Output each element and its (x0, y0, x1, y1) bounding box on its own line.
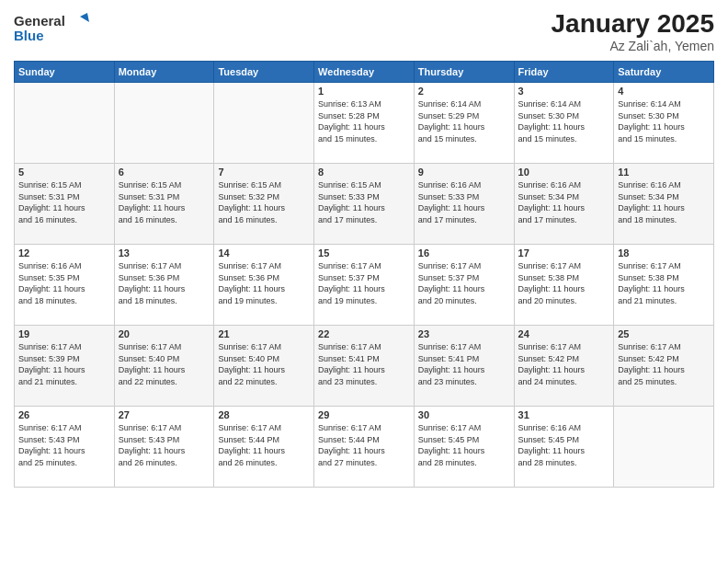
calendar-cell: 25Sunrise: 6:17 AM Sunset: 5:42 PM Dayli… (614, 326, 714, 407)
calendar-cell (214, 83, 314, 164)
day-number: 19 (18, 328, 110, 339)
logo-text: General Blue (14, 9, 115, 50)
day-number: 20 (119, 328, 210, 339)
calendar-week-2: 5Sunrise: 6:15 AM Sunset: 5:31 PM Daylig… (15, 164, 714, 245)
col-monday: Monday (114, 62, 214, 83)
day-info: Sunrise: 6:16 AM Sunset: 5:33 PM Dayligh… (418, 179, 510, 225)
calendar-week-3: 12Sunrise: 6:16 AM Sunset: 5:35 PM Dayli… (15, 245, 714, 326)
calendar-cell: 15Sunrise: 6:17 AM Sunset: 5:37 PM Dayli… (314, 245, 415, 326)
day-info: Sunrise: 6:17 AM Sunset: 5:43 PM Dayligh… (18, 422, 110, 468)
calendar-cell (614, 407, 714, 488)
col-saturday: Saturday (614, 62, 714, 83)
calendar-cell: 9Sunrise: 6:16 AM Sunset: 5:33 PM Daylig… (414, 164, 514, 245)
day-info: Sunrise: 6:17 AM Sunset: 5:43 PM Dayligh… (119, 422, 210, 468)
day-info: Sunrise: 6:17 AM Sunset: 5:39 PM Dayligh… (18, 341, 110, 387)
day-number: 22 (318, 328, 410, 339)
calendar-cell: 7Sunrise: 6:15 AM Sunset: 5:32 PM Daylig… (214, 164, 314, 245)
calendar-cell: 18Sunrise: 6:17 AM Sunset: 5:38 PM Dayli… (614, 245, 714, 326)
day-info: Sunrise: 6:16 AM Sunset: 5:45 PM Dayligh… (518, 422, 610, 468)
day-number: 24 (518, 328, 610, 339)
day-number: 30 (418, 409, 510, 420)
day-number: 13 (119, 247, 210, 259)
calendar-cell: 22Sunrise: 6:17 AM Sunset: 5:41 PM Dayli… (314, 326, 415, 407)
day-info: Sunrise: 6:17 AM Sunset: 5:36 PM Dayligh… (218, 260, 310, 306)
day-info: Sunrise: 6:17 AM Sunset: 5:41 PM Dayligh… (418, 341, 510, 387)
day-number: 11 (618, 167, 710, 178)
calendar-cell: 28Sunrise: 6:17 AM Sunset: 5:44 PM Dayli… (214, 407, 314, 488)
calendar-cell: 12Sunrise: 6:16 AM Sunset: 5:35 PM Dayli… (15, 245, 115, 326)
day-info: Sunrise: 6:17 AM Sunset: 5:38 PM Dayligh… (618, 260, 710, 306)
day-number: 26 (18, 409, 110, 420)
day-number: 25 (618, 328, 710, 339)
header-row: Sunday Monday Tuesday Wednesday Thursday… (15, 62, 714, 83)
day-number: 10 (518, 167, 610, 178)
calendar-cell: 13Sunrise: 6:17 AM Sunset: 5:36 PM Dayli… (114, 245, 214, 326)
header: General Blue January 2025 Az Zali`ah, Ye… (14, 9, 714, 53)
calendar-week-5: 26Sunrise: 6:17 AM Sunset: 5:43 PM Dayli… (15, 407, 714, 488)
location: Az Zali`ah, Yemen (552, 39, 714, 53)
day-info: Sunrise: 6:17 AM Sunset: 5:44 PM Dayligh… (318, 422, 410, 468)
col-sunday: Sunday (15, 62, 115, 83)
svg-text:General: General (14, 13, 65, 29)
calendar-cell: 31Sunrise: 6:16 AM Sunset: 5:45 PM Dayli… (514, 407, 614, 488)
calendar-cell: 11Sunrise: 6:16 AM Sunset: 5:34 PM Dayli… (614, 164, 714, 245)
day-info: Sunrise: 6:17 AM Sunset: 5:38 PM Dayligh… (518, 260, 610, 306)
calendar-cell: 20Sunrise: 6:17 AM Sunset: 5:40 PM Dayli… (114, 326, 214, 407)
month-title: January 2025 (552, 9, 714, 39)
calendar-cell (15, 83, 115, 164)
calendar-cell: 10Sunrise: 6:16 AM Sunset: 5:34 PM Dayli… (514, 164, 614, 245)
day-info: Sunrise: 6:15 AM Sunset: 5:32 PM Dayligh… (218, 179, 310, 225)
day-info: Sunrise: 6:16 AM Sunset: 5:34 PM Dayligh… (518, 179, 610, 225)
calendar-cell: 17Sunrise: 6:17 AM Sunset: 5:38 PM Dayli… (514, 245, 614, 326)
day-info: Sunrise: 6:16 AM Sunset: 5:35 PM Dayligh… (18, 260, 110, 306)
day-number: 8 (318, 167, 410, 178)
calendar-cell: 23Sunrise: 6:17 AM Sunset: 5:41 PM Dayli… (414, 326, 514, 407)
day-number: 1 (318, 86, 410, 97)
day-info: Sunrise: 6:13 AM Sunset: 5:28 PM Dayligh… (318, 98, 410, 144)
col-friday: Friday (514, 62, 614, 83)
calendar-table: Sunday Monday Tuesday Wednesday Thursday… (14, 61, 714, 488)
calendar-cell: 8Sunrise: 6:15 AM Sunset: 5:33 PM Daylig… (314, 164, 415, 245)
col-wednesday: Wednesday (314, 62, 415, 83)
day-info: Sunrise: 6:17 AM Sunset: 5:42 PM Dayligh… (618, 341, 710, 387)
day-info: Sunrise: 6:17 AM Sunset: 5:36 PM Dayligh… (119, 260, 210, 306)
day-number: 12 (18, 247, 110, 259)
calendar-cell: 30Sunrise: 6:17 AM Sunset: 5:45 PM Dayli… (414, 407, 514, 488)
day-number: 5 (18, 167, 110, 178)
calendar-cell: 4Sunrise: 6:14 AM Sunset: 5:30 PM Daylig… (614, 83, 714, 164)
calendar-cell: 21Sunrise: 6:17 AM Sunset: 5:40 PM Dayli… (214, 326, 314, 407)
col-tuesday: Tuesday (214, 62, 314, 83)
svg-text:Blue: Blue (14, 28, 44, 43)
day-info: Sunrise: 6:15 AM Sunset: 5:31 PM Dayligh… (119, 179, 210, 225)
day-number: 28 (218, 409, 310, 420)
day-info: Sunrise: 6:17 AM Sunset: 5:42 PM Dayligh… (518, 341, 610, 387)
calendar-cell: 27Sunrise: 6:17 AM Sunset: 5:43 PM Dayli… (114, 407, 214, 488)
day-number: 6 (119, 167, 210, 178)
day-info: Sunrise: 6:17 AM Sunset: 5:45 PM Dayligh… (418, 422, 510, 468)
calendar-cell: 3Sunrise: 6:14 AM Sunset: 5:30 PM Daylig… (514, 83, 614, 164)
day-info: Sunrise: 6:14 AM Sunset: 5:30 PM Dayligh… (618, 98, 710, 144)
day-info: Sunrise: 6:15 AM Sunset: 5:33 PM Dayligh… (318, 179, 410, 225)
day-info: Sunrise: 6:17 AM Sunset: 5:44 PM Dayligh… (218, 422, 310, 468)
calendar-cell: 26Sunrise: 6:17 AM Sunset: 5:43 PM Dayli… (15, 407, 115, 488)
calendar-cell: 14Sunrise: 6:17 AM Sunset: 5:36 PM Dayli… (214, 245, 314, 326)
day-number: 2 (418, 86, 510, 97)
logo: General Blue (14, 9, 115, 50)
col-thursday: Thursday (414, 62, 514, 83)
title-block: January 2025 Az Zali`ah, Yemen (552, 9, 714, 53)
day-info: Sunrise: 6:17 AM Sunset: 5:37 PM Dayligh… (318, 260, 410, 306)
day-info: Sunrise: 6:14 AM Sunset: 5:29 PM Dayligh… (418, 98, 510, 144)
day-number: 31 (518, 409, 610, 420)
day-number: 4 (618, 86, 710, 97)
day-info: Sunrise: 6:17 AM Sunset: 5:40 PM Dayligh… (119, 341, 210, 387)
day-info: Sunrise: 6:15 AM Sunset: 5:31 PM Dayligh… (18, 179, 110, 225)
calendar-cell: 19Sunrise: 6:17 AM Sunset: 5:39 PM Dayli… (15, 326, 115, 407)
calendar-cell: 24Sunrise: 6:17 AM Sunset: 5:42 PM Dayli… (514, 326, 614, 407)
day-info: Sunrise: 6:14 AM Sunset: 5:30 PM Dayligh… (518, 98, 610, 144)
day-number: 18 (618, 247, 710, 259)
calendar-cell: 1Sunrise: 6:13 AM Sunset: 5:28 PM Daylig… (314, 83, 415, 164)
page: General Blue January 2025 Az Zali`ah, Ye… (0, 0, 728, 563)
day-info: Sunrise: 6:17 AM Sunset: 5:41 PM Dayligh… (318, 341, 410, 387)
day-number: 27 (119, 409, 210, 420)
calendar-cell: 29Sunrise: 6:17 AM Sunset: 5:44 PM Dayli… (314, 407, 415, 488)
